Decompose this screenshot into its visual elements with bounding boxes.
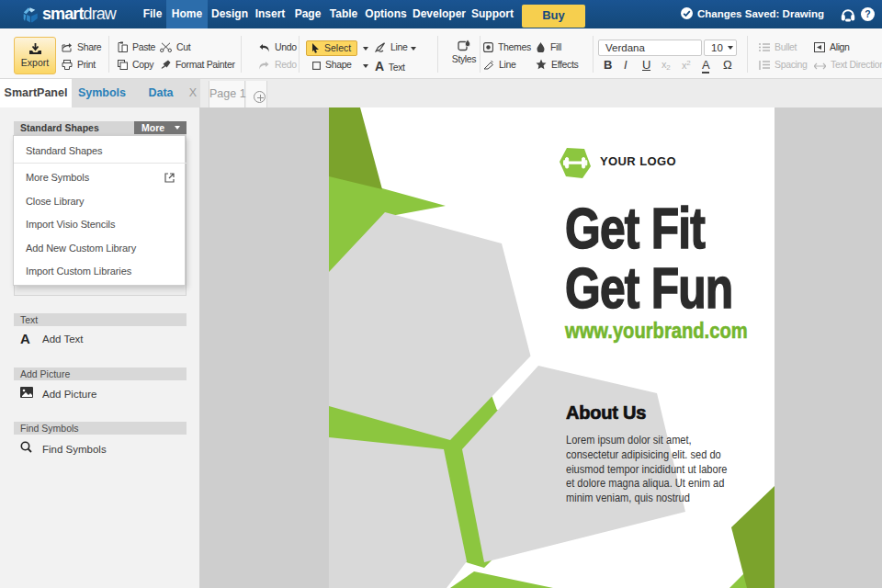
svg-text:?: ?	[865, 8, 870, 19]
